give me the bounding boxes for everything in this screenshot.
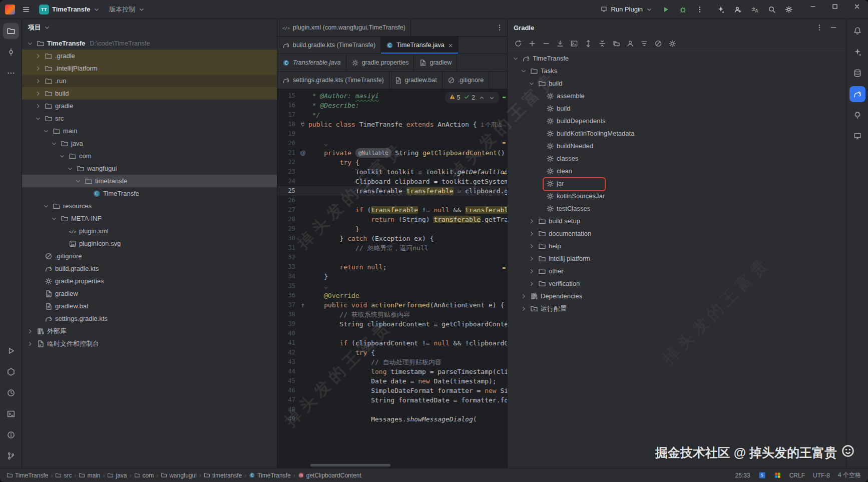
code-line-33[interactable]: 33return null; (277, 262, 507, 272)
line-number[interactable]: 17 (277, 110, 297, 120)
expand-all-button[interactable] (582, 37, 595, 50)
chevron-right-icon[interactable] (528, 280, 535, 287)
window-maximize-button[interactable] (824, 0, 846, 13)
gradle-options-button[interactable] (813, 21, 826, 34)
gradle-task-other[interactable]: other (508, 265, 846, 277)
chevron-down-icon[interactable] (44, 24, 51, 31)
inspections-widget[interactable]: 5 2 (445, 92, 499, 103)
gradle-task-intellij-platform[interactable]: intellij platform (508, 252, 846, 265)
project-tree-item-gradlew[interactable]: gradlew (22, 287, 277, 300)
code-line-26[interactable]: 26 (277, 196, 507, 205)
gradle-task-kotlinsourcesjar[interactable]: kotlinSourcesJar (508, 190, 846, 202)
gradle-task-timetransfe[interactable]: TimeTransfe (508, 52, 846, 65)
chevron-down-icon[interactable] (43, 203, 50, 210)
project-tree-item-java[interactable]: java (22, 137, 277, 150)
detach-gradle-project-button[interactable] (540, 37, 553, 50)
expand-chevron[interactable] (528, 80, 536, 87)
window-close-button[interactable] (846, 0, 868, 13)
gradle-task-clean[interactable]: clean (508, 165, 846, 177)
breadcrumb-wangfugui[interactable]: wangfugui (159, 472, 198, 479)
gradle-task-help[interactable]: help (508, 240, 846, 252)
project-tree-item-run[interactable]: .run (22, 75, 277, 87)
chevron-right-icon[interactable] (27, 340, 34, 347)
code-line-41[interactable]: 41if (clipboardContent != null && !clipb… (277, 338, 507, 348)
gradle-task-item[interactable]: 运行配置 (508, 302, 846, 315)
tool-strip-ai-assistant-tool[interactable] (849, 44, 865, 60)
code-line-28[interactable]: 28return (String) transferable.getTransf… (277, 215, 507, 224)
line-number[interactable]: 22 (277, 158, 297, 167)
tool-strip-plugins[interactable] (849, 107, 865, 123)
download-sources-button[interactable] (554, 37, 567, 50)
line-number[interactable]: 34 (277, 272, 297, 281)
tool-strip-device-manager[interactable] (849, 128, 865, 144)
line-number[interactable]: 36 (277, 291, 297, 300)
expand-chevron[interactable] (34, 65, 42, 72)
code-line-35[interactable]: 35⌄ (277, 281, 507, 291)
project-tree-item-timetransfe[interactable]: TimeTransfeD:\code\TimeTransfe (22, 37, 277, 50)
status-indent-style[interactable]: 4 个空格 (838, 471, 861, 479)
tool-strip-run[interactable] (3, 343, 19, 359)
code-line-45[interactable]: 45Date date = new Date(timestamp); (277, 376, 507, 386)
project-tree-item-item[interactable]: 临时文件和控制台 (22, 337, 277, 350)
vcs-widget[interactable]: 版本控制 (105, 4, 149, 16)
chevron-down-icon[interactable] (43, 128, 50, 135)
code-line-19[interactable]: 19 (277, 129, 507, 139)
project-tree-item-timetransfe[interactable]: CTimeTransfe (22, 187, 277, 200)
project-tree-item-gitignore[interactable]: .gitignore (22, 250, 277, 262)
toggle-offline-mode-button[interactable] (652, 37, 665, 50)
project-tree-item-gradle[interactable]: gradle (22, 100, 277, 112)
gradle-task-build[interactable]: build (508, 102, 846, 115)
settings-button[interactable] (781, 2, 797, 17)
tool-strip-terminal[interactable] (3, 406, 19, 422)
close-tab-icon[interactable]: × (449, 42, 453, 49)
line-number[interactable]: 48 (277, 405, 297, 414)
line-number[interactable]: 37 (277, 300, 297, 310)
hide-gradle-panel-button[interactable] (827, 21, 840, 34)
editor-tab-gradle-properties[interactable]: gradle.properties (346, 54, 414, 71)
project-tree-item-build[interactable]: build (22, 87, 277, 100)
chevron-right-icon[interactable] (528, 218, 535, 225)
chevron-right-icon[interactable] (528, 243, 535, 250)
line-number[interactable]: 45 (277, 376, 297, 386)
line-number[interactable]: 42 (277, 348, 297, 357)
project-tree-item-settings-gradle-kts[interactable]: settings.gradle.kts (22, 312, 277, 325)
expand-chevron[interactable] (58, 153, 66, 160)
expand-chevron[interactable] (42, 203, 50, 210)
chevron-down-icon[interactable] (59, 153, 66, 160)
editor-tab-gradlew[interactable]: gradlew (414, 54, 457, 71)
code-line-37[interactable]: 37public void actionPerformed(AnActionEv… (277, 300, 507, 310)
debug-button[interactable] (675, 2, 691, 17)
editor-tab-timetransfe-java[interactable]: CTimeTransfe.java× (381, 37, 458, 54)
code-line-47[interactable]: 47String formattedDate = formatter.forma… (277, 395, 507, 405)
gradle-task-build[interactable]: build (508, 77, 846, 90)
run-configuration-widget[interactable]: Run Plugin (596, 4, 657, 15)
line-number[interactable]: 29 (277, 224, 297, 234)
code-line-46[interactable]: 46SimpleDateFormat formatter = new Simpl… (277, 386, 507, 395)
translate-button[interactable]: 文A (747, 2, 763, 17)
project-tree-item-plugin-xml[interactable]: </>plugin.xml (22, 225, 277, 237)
expand-chevron[interactable] (34, 103, 42, 110)
tool-strip-commit[interactable] (3, 44, 19, 60)
chevron-right-icon[interactable] (528, 268, 535, 275)
line-number[interactable]: 33 (277, 262, 297, 272)
gutter-marker[interactable] (297, 120, 308, 129)
sort-tasks-button[interactable] (638, 37, 651, 50)
line-number[interactable]: 15 (277, 91, 297, 101)
chevron-right-icon[interactable] (35, 53, 42, 60)
gradle-settings-button[interactable] (666, 37, 679, 50)
code-line-24[interactable]: 24Clipboard clipboard = toolkit.getSyste… (277, 177, 507, 186)
expand-chevron[interactable] (512, 55, 520, 62)
line-number[interactable]: 39 (277, 319, 297, 329)
code-line-23[interactable]: 23Toolkit toolkit = Toolkit.getDefaultTo… (277, 167, 507, 177)
gradle-task-classes[interactable]: classes (508, 152, 846, 165)
tool-strip-project[interactable] (3, 23, 19, 39)
chevron-down-icon[interactable] (93, 6, 100, 13)
breadcrumb-java[interactable]: java (106, 472, 128, 479)
editor-scrollbar[interactable] (502, 89, 507, 468)
code-line-36[interactable]: 36@Override (277, 291, 507, 300)
breadcrumb-main[interactable]: main (77, 472, 102, 479)
project-panel-header[interactable]: 项目 (22, 19, 277, 36)
expand-chevron[interactable] (528, 243, 536, 250)
gradle-task-build-setup[interactable]: build setup (508, 215, 846, 227)
breadcrumb-timetransfe[interactable]: TimeTransfe (5, 472, 50, 479)
